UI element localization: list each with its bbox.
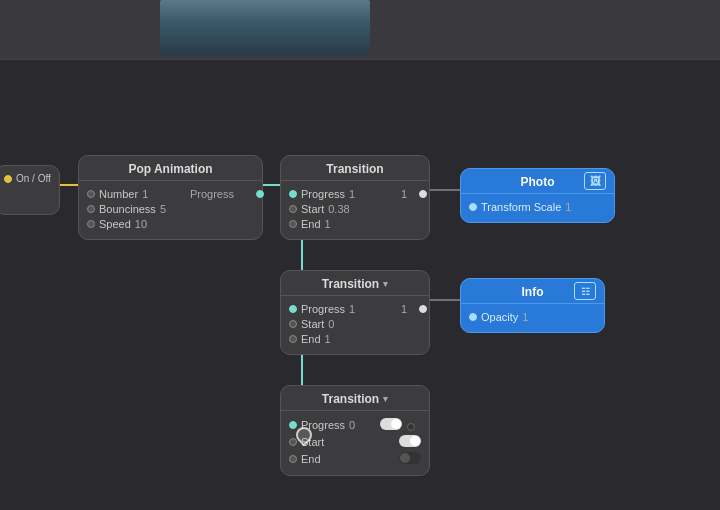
trans3-end-port[interactable]: [289, 455, 297, 463]
photo-scale-row: Transform Scale 1: [469, 201, 606, 213]
node-transition-1[interactable]: Transition Progress 1 1 Start 0.38 End 1: [280, 155, 430, 240]
onoff-output-port[interactable]: [4, 175, 12, 183]
info-title: Info ☷: [461, 279, 604, 304]
pop-animation-title: Pop Animation: [79, 156, 262, 181]
trans1-progress-row: Progress 1 1: [289, 188, 421, 200]
transition2-title: Transition ▾: [281, 271, 429, 296]
photo-icon: 🖼: [584, 172, 606, 190]
photo-scale-port[interactable]: [469, 203, 477, 211]
trans2-progress-row: Progress 1 1: [289, 303, 421, 315]
transition3-title: Transition ▾: [281, 386, 429, 411]
node-onoff[interactable]: On / Off: [0, 165, 60, 215]
info-icon: ☷: [574, 282, 596, 300]
bounciness-port[interactable]: [87, 205, 95, 213]
node-pop-animation[interactable]: Pop Animation Number 1 Progress Bouncine…: [78, 155, 263, 240]
photo-title: Photo 🖼: [461, 169, 614, 194]
trans1-progress-port[interactable]: [289, 190, 297, 198]
info-opacity-port[interactable]: [469, 313, 477, 321]
pop-animation-body: Number 1 Progress Bounciness 5 Speed 10: [79, 181, 262, 239]
image-thumbnail: [160, 0, 370, 55]
trans1-start-row: Start 0.38: [289, 203, 421, 215]
canvas-area[interactable]: On / Off Pop Animation Number 1 Progress…: [0, 60, 720, 510]
info-opacity-row: Opacity 1: [469, 311, 596, 323]
transition2-dropdown-icon[interactable]: ▾: [383, 279, 388, 289]
trans3-start-port[interactable]: [289, 438, 297, 446]
pop-speed-row: Speed 10: [87, 218, 254, 230]
trans3-start-toggle[interactable]: [399, 435, 421, 447]
pop-number-row: Number 1 Progress: [87, 188, 254, 200]
top-image-area: [0, 0, 720, 60]
pop-bounciness-row: Bounciness 5: [87, 203, 254, 215]
trans3-progress-port[interactable]: [289, 421, 297, 429]
trans3-output-port[interactable]: [407, 423, 415, 431]
node-transition-2[interactable]: Transition ▾ Progress 1 1 Start 0 End 1: [280, 270, 430, 355]
node-info[interactable]: Info ☷ Opacity 1: [460, 278, 605, 333]
transition1-title: Transition: [281, 156, 429, 181]
trans1-end-row: End 1: [289, 218, 421, 230]
photo-body: Transform Scale 1: [461, 194, 614, 222]
trans2-end-row: End 1: [289, 333, 421, 345]
trans3-toggle[interactable]: [380, 418, 402, 430]
trans2-start-row: Start 0: [289, 318, 421, 330]
trans3-end-row: End: [289, 452, 421, 466]
onoff-row: On / Off: [4, 173, 51, 184]
progress-output-port[interactable]: [256, 190, 264, 198]
trans2-end-port[interactable]: [289, 335, 297, 343]
trans1-start-port[interactable]: [289, 205, 297, 213]
transition3-dropdown-icon[interactable]: ▾: [383, 394, 388, 404]
number-port[interactable]: [87, 190, 95, 198]
trans1-end-port[interactable]: [289, 220, 297, 228]
trans3-end-toggle[interactable]: [399, 452, 421, 464]
transition2-body: Progress 1 1 Start 0 End 1: [281, 296, 429, 354]
trans2-output-port[interactable]: [419, 305, 427, 313]
speed-port[interactable]: [87, 220, 95, 228]
info-body: Opacity 1: [461, 304, 604, 332]
node-photo[interactable]: Photo 🖼 Transform Scale 1: [460, 168, 615, 223]
trans2-progress-port[interactable]: [289, 305, 297, 313]
transition1-body: Progress 1 1 Start 0.38 End 1: [281, 181, 429, 239]
trans2-start-port[interactable]: [289, 320, 297, 328]
onoff-label: On / Off: [16, 173, 51, 184]
trans1-output-port[interactable]: [419, 190, 427, 198]
